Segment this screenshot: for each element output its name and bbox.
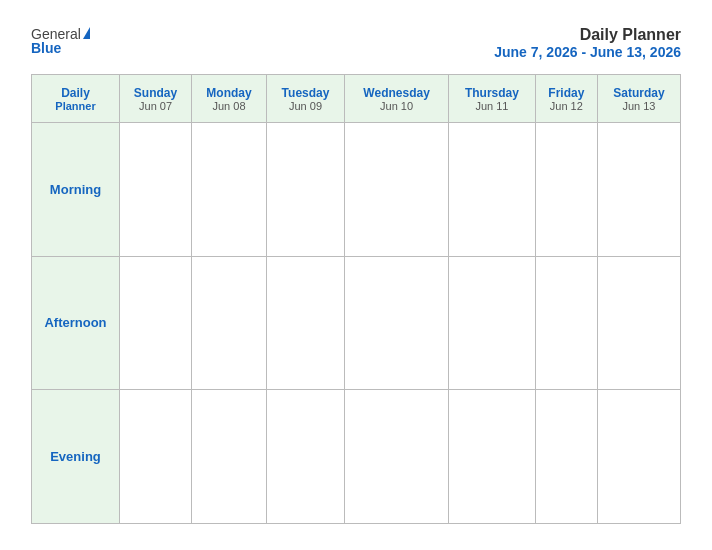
daily-planner-header: Daily Planner: [32, 75, 120, 123]
col-monday: Monday Jun 08: [192, 75, 267, 123]
col-tuesday: Tuesday Jun 09: [266, 75, 344, 123]
morning-label: Morning: [32, 123, 120, 257]
evening-sunday[interactable]: [120, 390, 192, 524]
evening-label: Evening: [32, 390, 120, 524]
afternoon-label: Afternoon: [32, 256, 120, 390]
morning-monday[interactable]: [192, 123, 267, 257]
thursday-name: Thursday: [453, 86, 531, 100]
logo-area: General Blue: [31, 26, 90, 56]
sunday-date: Jun 07: [124, 100, 187, 112]
evening-row: Evening: [32, 390, 681, 524]
morning-friday[interactable]: [535, 123, 597, 257]
evening-friday[interactable]: [535, 390, 597, 524]
logo-triangle-icon: [83, 27, 90, 39]
morning-thursday[interactable]: [449, 123, 536, 257]
evening-tuesday[interactable]: [266, 390, 344, 524]
title-area: Daily Planner June 7, 2026 - June 13, 20…: [494, 26, 681, 60]
tuesday-date: Jun 09: [271, 100, 340, 112]
friday-name: Friday: [540, 86, 593, 100]
col-saturday: Saturday Jun 13: [597, 75, 680, 123]
sunday-name: Sunday: [124, 86, 187, 100]
morning-saturday[interactable]: [597, 123, 680, 257]
saturday-date: Jun 13: [602, 100, 676, 112]
afternoon-row: Afternoon: [32, 256, 681, 390]
monday-date: Jun 08: [196, 100, 262, 112]
friday-date: Jun 12: [540, 100, 593, 112]
tuesday-name: Tuesday: [271, 86, 340, 100]
afternoon-tuesday[interactable]: [266, 256, 344, 390]
afternoon-friday[interactable]: [535, 256, 597, 390]
thursday-date: Jun 11: [453, 100, 531, 112]
date-range: June 7, 2026 - June 13, 2026: [494, 44, 681, 60]
evening-saturday[interactable]: [597, 390, 680, 524]
col-friday: Friday Jun 12: [535, 75, 597, 123]
col-wednesday: Wednesday Jun 10: [345, 75, 449, 123]
afternoon-thursday[interactable]: [449, 256, 536, 390]
morning-sunday[interactable]: [120, 123, 192, 257]
afternoon-wednesday[interactable]: [345, 256, 449, 390]
evening-wednesday[interactable]: [345, 390, 449, 524]
evening-thursday[interactable]: [449, 390, 536, 524]
header-row: Daily Planner Sunday Jun 07 Monday Jun 0…: [32, 75, 681, 123]
page: General Blue Daily Planner June 7, 2026 …: [11, 10, 701, 540]
wednesday-date: Jun 10: [349, 100, 444, 112]
daily-header-name: Daily: [36, 86, 115, 100]
page-title: Daily Planner: [494, 26, 681, 44]
calendar-table: Daily Planner Sunday Jun 07 Monday Jun 0…: [31, 74, 681, 524]
daily-header-sub: Planner: [36, 100, 115, 112]
col-thursday: Thursday Jun 11: [449, 75, 536, 123]
morning-row: Morning: [32, 123, 681, 257]
evening-monday[interactable]: [192, 390, 267, 524]
header: General Blue Daily Planner June 7, 2026 …: [31, 26, 681, 60]
afternoon-sunday[interactable]: [120, 256, 192, 390]
col-sunday: Sunday Jun 07: [120, 75, 192, 123]
afternoon-monday[interactable]: [192, 256, 267, 390]
logo-blue: Blue: [31, 40, 61, 56]
morning-wednesday[interactable]: [345, 123, 449, 257]
saturday-name: Saturday: [602, 86, 676, 100]
morning-tuesday[interactable]: [266, 123, 344, 257]
wednesday-name: Wednesday: [349, 86, 444, 100]
monday-name: Monday: [196, 86, 262, 100]
afternoon-saturday[interactable]: [597, 256, 680, 390]
